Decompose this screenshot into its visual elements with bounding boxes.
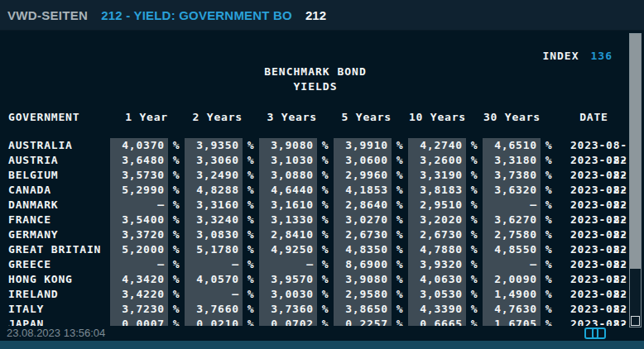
value-cell-30y: 1,6705 (483, 317, 541, 326)
status-timestamp: 23.08.2023 13:56:04 (7, 327, 105, 339)
table-row: FRANCE 3,5400 % 3,3240 % 3,1330 % 3,0270… (0, 213, 631, 227)
table-row: AUSTRALIA 4,0370 % 3,9350 % 3,9080 % 3,9… (0, 138, 631, 153)
table-row: CANADA 5,2990 % 4,8288 % 4,6440 % 4,1853… (0, 183, 631, 198)
scrollbar-thumb[interactable] (630, 34, 641, 269)
percent-sign: % (243, 317, 259, 326)
page-title: BENCHMARK BOND YIELDS (0, 65, 631, 94)
column-header-10-years: 10 Years (408, 111, 466, 124)
header-spacer (392, 111, 408, 124)
column-header-government: GOVERNMENT (0, 111, 110, 124)
column-header-2-years: 2 Years (185, 111, 243, 124)
value-cell-3y: 0,0702 (259, 317, 317, 326)
index-field: INDEX 136 (542, 50, 613, 62)
table-row: GREAT BRITAIN 5,2000 % 5,1780 % 4,9250 %… (0, 242, 631, 257)
percent-sign: % (168, 317, 185, 326)
column-header-3-years: 3 Years (259, 111, 317, 124)
value-cell-5y: 0,2257 (334, 317, 392, 326)
value-cell-10y: 0,6665 (408, 317, 466, 326)
chain-link-icon[interactable] (584, 327, 609, 337)
header-spacer (466, 111, 483, 124)
percent-sign: % (466, 317, 483, 326)
table-row: BELGIUM 3,5730 % 3,2490 % 3,0880 % 2,996… (0, 168, 631, 183)
terminal-window: VWD-SEITEN 212 - YIELD: GOVERNMENT BO 21… (0, 0, 644, 349)
scrollbar-down-button[interactable] (631, 316, 640, 326)
page-title-line1: BENCHMARK BOND (0, 65, 631, 79)
app-name: VWD-SEITEN (7, 8, 88, 22)
page-title-link[interactable]: 212 - YIELD: GOVERNMENT BO (101, 8, 292, 22)
date-cell: 2023-08-22 (557, 317, 631, 326)
header-spacer (243, 111, 259, 124)
table-row: GERMANY 3,3720 % 3,0830 % 2,8410 % 2,673… (0, 227, 631, 242)
page-number-input[interactable]: 212 (305, 8, 326, 22)
table-row: JAPAN 0,0007 % 0,0210 % 0,0702 % 0,2257 … (0, 317, 631, 326)
column-header-1-year: 1 Year (110, 111, 168, 124)
page-title-line2: YIELDS (0, 79, 631, 94)
index-value[interactable]: 136 (591, 50, 613, 62)
table-row: AUSTRIA 3,6480 % 3,3060 % 3,1030 % 3,060… (0, 153, 631, 168)
column-header-date: DATE (557, 111, 631, 124)
table-row: GREECE – % – % – % 8,6900 % 3,9320 % – %… (0, 257, 631, 272)
vertical-scrollbar[interactable] (629, 33, 642, 327)
window-bottom-strip (0, 341, 644, 349)
index-label: INDEX (542, 50, 579, 62)
percent-sign: % (392, 317, 408, 326)
column-header-30-years: 30 Years (483, 111, 541, 124)
country-cell: JAPAN (0, 317, 110, 326)
header-spacer (541, 111, 557, 124)
table-row: DANMARK – % 3,3160 % 3,1610 % 2,8640 % 2… (0, 198, 631, 213)
table-body: AUSTRALIA 4,0370 % 3,9350 % 3,9080 % 3,9… (0, 138, 631, 326)
percent-sign: % (541, 317, 557, 326)
table-header: GOVERNMENT 1 Year 2 Years 3 Years 5 Year… (0, 111, 631, 124)
title-bar: VWD-SEITEN 212 - YIELD: GOVERNMENT BO 21… (0, 0, 644, 31)
value-cell-2y: 0,0210 (185, 317, 243, 326)
table-row: ITALY 3,7230 % 3,7660 % 3,7360 % 3,8650 … (0, 302, 631, 317)
header-spacer (317, 111, 334, 124)
column-header-5-years: 5 Years (334, 111, 392, 124)
percent-sign: % (317, 317, 334, 326)
table-row: IRELAND 3,4220 % – % 3,0030 % 2,9580 % 3… (0, 287, 631, 302)
header-spacer (168, 111, 185, 124)
chain-link-right (592, 327, 606, 339)
value-cell-1y: 0,0007 (110, 317, 168, 326)
table-row: HONG KONG 4,3420 % 4,0570 % 3,9570 % 3,9… (0, 272, 631, 287)
